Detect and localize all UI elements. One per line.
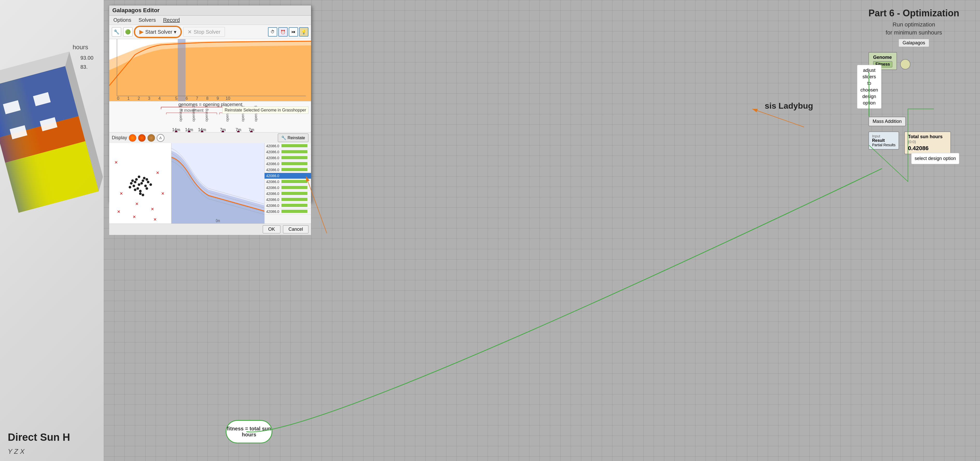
svg-text:genomes = opening placement: genomes = opening placement	[178, 102, 243, 107]
chart-svg: 0 1 2 3 4 5 6 7 8 9 10	[109, 39, 311, 101]
line-chart: 0m	[172, 143, 264, 224]
line-chart-svg: 0m	[172, 143, 264, 224]
toolbar-timer-icon[interactable]: ⏰	[278, 27, 288, 37]
svg-text:✕: ✕	[161, 191, 164, 196]
left-3d-panel: hours 93.00 83. Direct Sun H Y Z X	[0, 0, 109, 461]
svg-text:✕: ✕	[151, 207, 154, 211]
fitness-annotation-text: fitness = total sun hours	[226, 426, 272, 438]
fitness-item[interactable]: 42086.0	[264, 155, 311, 161]
svg-text:✕: ✕	[153, 217, 157, 222]
fitness-item[interactable]: 42086.0	[264, 161, 311, 167]
reinstate-label: Reinstate	[287, 136, 305, 140]
cancel-button[interactable]: Cancel	[283, 225, 309, 233]
mass-addition-label: Mass Addition	[873, 119, 902, 124]
svg-point-85	[139, 192, 142, 195]
select-design-text: select design option	[915, 156, 956, 161]
menu-solvers[interactable]: Solvers	[137, 17, 157, 24]
toolbar-right: ⏱ ⏰ ⏮ 💡	[268, 27, 309, 37]
stop-solver-label: Stop Solver	[194, 29, 220, 35]
svg-text:Direct Sun H: Direct Sun H	[8, 431, 70, 443]
svg-point-84	[146, 187, 148, 190]
svg-text:0m: 0m	[216, 218, 220, 223]
reinstate-button[interactable]: 🔧 Reinstate	[278, 134, 309, 142]
toolbar-icon-1[interactable]: 🔧	[112, 27, 121, 37]
results-row: Input Result Partial Results Total sun h…	[869, 132, 959, 154]
svg-point-91	[146, 178, 148, 181]
svg-text:93.00: 93.00	[80, 55, 93, 61]
analysis-label: sis Ladybug	[765, 101, 813, 111]
fitness-item[interactable]: 42086.0	[264, 149, 311, 155]
bottom-panel: ✕ ✕ ✕ ✕ ✕ ✕ ✕ ✕ ✕	[109, 143, 311, 224]
toolbar-icon-2[interactable]: 🟢	[123, 27, 132, 37]
svg-text:0: 0	[117, 96, 119, 100]
adjust-sliders-text: adjust sliders to choosen design option	[861, 68, 878, 105]
fitness-item[interactable]: 42086.0	[264, 143, 311, 149]
svg-point-77	[144, 184, 147, 187]
menu-options[interactable]: Options	[112, 17, 132, 24]
svg-point-71	[134, 181, 137, 183]
dialog-footer: OK Cancel	[109, 224, 311, 235]
reinstate-tooltip-text: Reinstate Selected Genome in Grasshopper	[224, 108, 306, 112]
svg-text:✕: ✕	[119, 191, 123, 196]
building-3d-svg: hours 93.00 83. Direct Sun H Y Z X	[0, 0, 109, 461]
svg-text:opening 1: opening 1	[178, 105, 183, 122]
svg-text:1: 1	[127, 96, 130, 100]
mass-addition-node: Mass Addition	[869, 117, 959, 126]
svg-text:hours: hours	[73, 44, 88, 51]
fitness-item[interactable]: 42086.0	[264, 209, 311, 215]
toolbar: 🔧 🟢 ▶ Start Solver ▾ ✕ Stop Solver ⏱ ⏰ ⏮…	[109, 25, 311, 39]
toolbar-rewind-icon[interactable]: ⏮	[289, 27, 298, 37]
fitness-item[interactable]: 42086.0	[264, 191, 311, 197]
stop-solver-button[interactable]: ✕ Stop Solver	[183, 27, 224, 37]
svg-text:9: 9	[216, 96, 219, 100]
fitness-item[interactable]: 42086.0	[264, 185, 311, 191]
svg-point-86	[131, 180, 134, 182]
display-btn-2[interactable]	[138, 134, 146, 142]
svg-text:Y  Z  X: Y Z X	[8, 448, 25, 455]
svg-text:✕: ✕	[156, 171, 159, 175]
display-label: Display	[112, 135, 127, 140]
svg-point-82	[147, 181, 150, 183]
svg-point-87	[138, 175, 140, 178]
svg-text:6: 6	[186, 96, 188, 100]
selected-fitness-value: 42086.0	[266, 174, 279, 178]
fitness-chart: 0 1 2 3 4 5 6 7 8 9 10	[109, 39, 311, 102]
fitness-item-selected[interactable]: 42086.0	[264, 173, 311, 179]
play-icon: ▶	[139, 29, 144, 35]
dialog-titlebar: Galapagos Editor	[109, 5, 311, 16]
fitness-item[interactable]: 42086.0	[264, 197, 311, 203]
svg-point-80	[143, 177, 146, 180]
svg-text:opening 3: opening 3	[204, 105, 208, 122]
start-solver-button[interactable]: ▶ Start Solver ▾	[135, 27, 181, 37]
toolbar-bulb-icon[interactable]: 💡	[299, 27, 309, 37]
display-controls-row: Display ⚠ 🔧 Reinstate	[109, 132, 311, 143]
svg-text:7: 7	[196, 96, 198, 100]
menu-record[interactable]: Record	[162, 17, 181, 24]
genome-node-icon	[900, 59, 910, 70]
genome-labels-svg: genomes = opening placement x movement y…	[109, 102, 311, 132]
fitness-item[interactable]: 42086.0	[264, 179, 311, 185]
ok-button[interactable]: OK	[263, 225, 280, 233]
scatter-plot: ✕ ✕ ✕ ✕ ✕ ✕ ✕ ✕ ✕	[109, 143, 172, 224]
scatter-svg: ✕ ✕ ✕ ✕ ✕ ✕ ✕ ✕ ✕	[109, 143, 172, 224]
display-btn-3[interactable]	[147, 134, 155, 142]
svg-text:5: 5	[175, 96, 177, 100]
svg-point-75	[137, 187, 139, 190]
svg-text:4: 4	[159, 96, 161, 100]
fitness-item[interactable]: 42086.0	[264, 167, 311, 173]
mass-addition-box: Mass Addition	[869, 117, 906, 126]
genome-fitness-node: Genome Fitness	[869, 52, 959, 70]
fitness-item[interactable]: 42086.0	[264, 203, 311, 209]
toolbar-clock-icon[interactable]: ⏱	[268, 27, 277, 37]
svg-point-88	[150, 183, 152, 186]
svg-point-79	[135, 178, 138, 181]
svg-text:opening 2: opening 2	[191, 105, 196, 122]
part6-title: Part 6 - Optimization	[869, 8, 959, 19]
svg-text:✕: ✕	[132, 215, 136, 219]
svg-point-76	[140, 182, 143, 184]
display-btn-1[interactable]	[129, 134, 137, 142]
reinstate-icon: 🔧	[281, 135, 286, 140]
adjust-sliders-callout: adjust sliders to choosen design option	[857, 65, 881, 109]
galapagos-dialog: Galapagos Editor Options Solvers Record …	[109, 5, 311, 202]
display-btn-4[interactable]: ⚠	[157, 134, 164, 142]
